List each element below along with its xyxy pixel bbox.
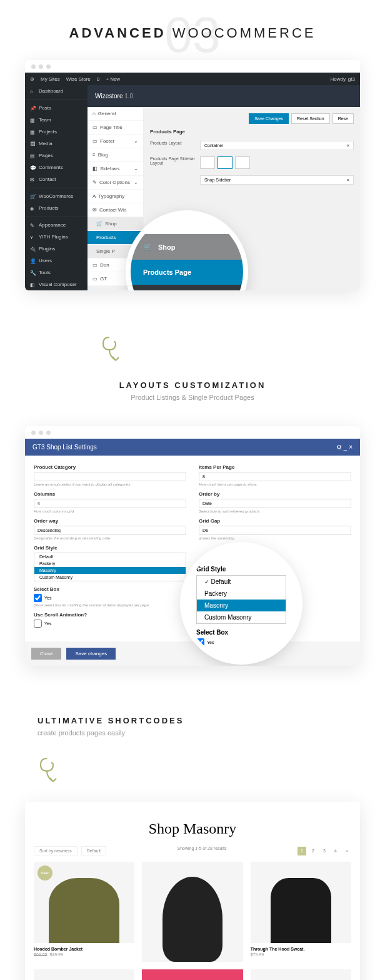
- wp-logo-icon[interactable]: ⊛: [30, 76, 34, 82]
- orderby-label: Order by: [199, 491, 351, 497]
- nav-color[interactable]: ✎Color Options⌄: [88, 176, 143, 190]
- nav-sidebars[interactable]: ◧Sidebars⌄: [88, 162, 143, 176]
- gt3-header: GT3 Shop List Settings ⚙ _ ×: [25, 439, 360, 456]
- page-title: ADVANCED WOOCOMMERCE: [0, 25, 385, 41]
- nav-contact[interactable]: ✉Contact Wid: [88, 203, 143, 217]
- products-layout-select[interactable]: Container×: [200, 141, 354, 150]
- nav-footer[interactable]: ▭Footer⌄: [88, 135, 143, 148]
- comments-count[interactable]: 0: [97, 76, 99, 82]
- scroll-label: Use Scroll Animation?: [34, 612, 186, 618]
- site-name-link[interactable]: Wize Store: [66, 76, 91, 82]
- zoom-single-product[interactable]: Single Product Page: [131, 285, 243, 290]
- pagination: 1 2 3 4 >: [298, 846, 351, 855]
- sidebar-team[interactable]: ▦Team: [25, 114, 88, 126]
- shop-title: Shop Masonry: [25, 802, 360, 846]
- sidebar-layout-label: Products Page Sidebar Layout: [150, 156, 200, 169]
- zoom-grid-dropdown[interactable]: Default Packery Masonry Custom Masonry: [196, 575, 286, 624]
- sidebar-posts[interactable]: 📌Posts: [25, 100, 88, 114]
- sidebar-plugins[interactable]: 🔌Plugins: [25, 243, 88, 255]
- sidebar-comments[interactable]: 💬Comments: [25, 161, 88, 173]
- sidebar-tools[interactable]: 🔧Tools: [25, 267, 88, 278]
- nav-general[interactable]: ⌂General: [88, 107, 143, 121]
- sale-badge: Sale!: [38, 865, 52, 880]
- sort-select[interactable]: Sort by newness: [34, 846, 78, 855]
- nav-products-page[interactable]: Products: [88, 231, 143, 245]
- zoom-products-page[interactable]: Products Page: [131, 260, 243, 285]
- product-card[interactable]: Vintage Ladies Skirt $34.99: [34, 969, 134, 980]
- window-titlebar: [25, 60, 360, 73]
- gt3-footer: Close Save changes: [25, 641, 360, 666]
- selectbox-checkbox[interactable]: Yes: [34, 594, 186, 602]
- selectbox-label: Select Box: [34, 586, 186, 592]
- sidebar-yith[interactable]: YYITH Plugins: [25, 231, 88, 243]
- sidebar-appearance[interactable]: ✎Appearance: [25, 217, 88, 231]
- nav-page-title[interactable]: ▭Page Title: [88, 121, 143, 135]
- wp-admin-bar[interactable]: ⊛ My Sites Wize Store 0 + New Howdy, gt3: [25, 73, 360, 85]
- filter-select[interactable]: Default: [81, 846, 106, 855]
- category-input[interactable]: [34, 472, 186, 481]
- layout-options[interactable]: [200, 156, 354, 169]
- page-4[interactable]: 4: [331, 847, 340, 855]
- window-titlebar: [25, 426, 360, 439]
- product-grid: Sale! Hooded Bomber Jacket $69.00$49.99 …: [25, 862, 360, 980]
- items-input[interactable]: [199, 472, 351, 481]
- gap-input[interactable]: [199, 526, 351, 535]
- sidebar-contact[interactable]: ✉Contact: [25, 173, 88, 185]
- orderby-select[interactable]: [199, 499, 351, 508]
- wordpress-window: ⊛ My Sites Wize Store 0 + New Howdy, gt3…: [25, 60, 360, 290]
- sidebar-users[interactable]: 👤Users: [25, 255, 88, 267]
- product-card[interactable]: Through The Hood Sweat. $79.99: [251, 862, 351, 962]
- save-button[interactable]: Save Changes: [249, 113, 289, 124]
- section-title: Products Page: [150, 129, 354, 135]
- gt3-window: GT3 Shop List Settings ⚙ _ × Product Cat…: [25, 426, 360, 666]
- page-1[interactable]: 1: [298, 847, 306, 855]
- sidebar-pages[interactable]: ▤Pages: [25, 150, 88, 161]
- order-select[interactable]: [34, 526, 186, 535]
- wp-sidebar: ⌂Dashboard 📌Posts ▦Team ▦Projects 🖼Media…: [25, 85, 88, 290]
- nav-shop[interactable]: 🛒Shop: [88, 217, 143, 231]
- nav-typography[interactable]: ATypography: [88, 190, 143, 203]
- new-link[interactable]: + New: [106, 76, 120, 82]
- page-2[interactable]: 2: [309, 847, 318, 855]
- section-2-text: LAYOUTS CUSTOMIZATION Product Listings &…: [0, 380, 385, 401]
- order-label: Order way: [34, 518, 186, 524]
- results-text: Showing 1-5 of 28 results: [177, 846, 226, 855]
- sidebar-projects[interactable]: ▦Projects: [25, 126, 88, 138]
- window-controls[interactable]: ⚙ _ ×: [336, 444, 352, 451]
- columns-label: Columns: [34, 491, 186, 497]
- page-next[interactable]: >: [342, 847, 351, 855]
- products-layout-label: Products Layout: [150, 141, 200, 150]
- howdy-user[interactable]: Howdy, gt3: [331, 76, 355, 82]
- sidebar-products[interactable]: ◈Products: [25, 202, 88, 214]
- reset-button[interactable]: Rese: [332, 113, 354, 124]
- section-3: ULTIMATIVE SHORTCODES create products pa…: [0, 703, 385, 755]
- grid-style-dropdown[interactable]: Default Packery Masonry Custom Masonry: [34, 553, 186, 581]
- columns-input[interactable]: [34, 499, 186, 508]
- gap-label: Grid Gap: [199, 518, 351, 524]
- product-card[interactable]: Cotton T-Shirt $19.99: [251, 969, 351, 980]
- scroll-checkbox[interactable]: Yes: [34, 620, 186, 628]
- reset-section-button[interactable]: Reset Section: [291, 113, 330, 124]
- sidebar-dashboard[interactable]: ⌂Dashboard: [25, 85, 88, 97]
- close-button[interactable]: Close: [31, 648, 61, 660]
- sidebar-media[interactable]: 🖼Media: [25, 138, 88, 150]
- arrow-decoration: [100, 334, 385, 368]
- shortcodes-subtitle: create products pages easily: [38, 729, 184, 737]
- zoom-shop[interactable]: 🛒Shop: [131, 234, 243, 260]
- my-sites-link[interactable]: My Sites: [41, 76, 60, 82]
- layouts-title: LAYOUTS CUSTOMIZATION: [0, 380, 385, 390]
- category-label: Product Category: [34, 464, 186, 470]
- save-changes-button[interactable]: Save changes: [66, 648, 116, 660]
- grid-style-label: Grid Style: [34, 545, 186, 551]
- sidebar-visual-composer[interactable]: ◧Visual Composer: [25, 278, 88, 290]
- page-3[interactable]: 3: [320, 847, 329, 855]
- shop-sidebar-select[interactable]: Shop Sidebar×: [200, 175, 354, 185]
- cart-icon: 🛒: [143, 243, 152, 251]
- nav-blog[interactable]: ≡Blog: [88, 148, 143, 162]
- product-card[interactable]: [142, 862, 242, 962]
- sidebar-woocommerce[interactable]: 🛒WooCommerce: [25, 188, 88, 202]
- arrow-decoration-2: [0, 755, 385, 802]
- product-card[interactable]: Sale! Hooded Bomber Jacket $69.00$49.99: [34, 862, 134, 962]
- layouts-subtitle: Product Listings & Single Product Pages: [0, 394, 385, 401]
- product-card[interactable]: 'arty Knitted Top Sweater $29.99: [142, 969, 242, 980]
